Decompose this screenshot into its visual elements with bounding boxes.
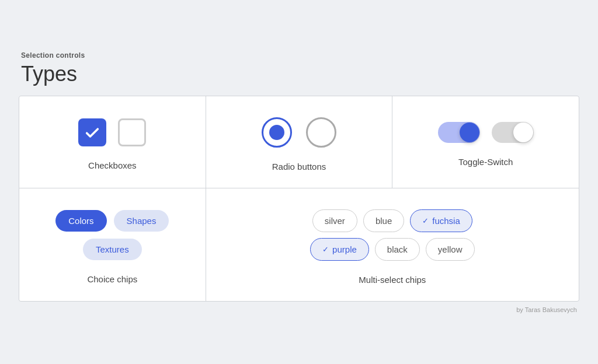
choice-chips-group: Colors Shapes Textures — [33, 210, 192, 260]
multiselect-group: silver blue ✓ fuchsia ✓ purple black yel… — [310, 209, 474, 261]
multiselect-row-1: silver blue ✓ fuchsia — [312, 209, 472, 232]
mchip-yellow[interactable]: yellow — [426, 238, 475, 261]
mchip-silver[interactable]: silver — [312, 209, 357, 232]
checkmark-icon — [84, 124, 100, 141]
radio-selected[interactable] — [262, 117, 292, 148]
radio-selected-inner — [269, 125, 284, 140]
checkboxes-label: Checkboxes — [88, 160, 137, 170]
page-title: Types — [21, 62, 579, 86]
mchip-black[interactable]: black — [375, 238, 420, 261]
toggle-group — [438, 122, 534, 143]
multiselect-label: Multi-select chips — [359, 275, 426, 285]
toggle-on[interactable] — [438, 122, 480, 143]
attribution: by Taras Bakusevych — [19, 306, 579, 313]
checkmark-fuchsia-icon: ✓ — [422, 216, 429, 225]
toggle-off-knob — [513, 123, 533, 142]
mchip-blue[interactable]: blue — [363, 209, 404, 232]
chip-colors[interactable]: Colors — [55, 210, 106, 232]
choice-chips-cell: Colors Shapes Textures Choice chips — [19, 188, 206, 301]
checkbox-group — [78, 118, 146, 146]
page-header: Selection controls Types — [19, 51, 579, 86]
chip-shapes[interactable]: Shapes — [114, 210, 169, 232]
radio-cell: Radio buttons — [206, 96, 392, 188]
choice-chips-label: Choice chips — [87, 274, 137, 284]
toggle-on-knob — [460, 123, 479, 142]
radio-label: Radio buttons — [272, 162, 326, 172]
checkbox-unchecked[interactable] — [118, 118, 146, 146]
toggle-label: Toggle-Switch — [458, 157, 513, 167]
multiselect-row-2: ✓ purple black yellow — [310, 238, 474, 261]
checkbox-checked[interactable] — [78, 118, 106, 146]
radio-unselected[interactable] — [306, 117, 336, 148]
page-subtitle: Selection controls — [21, 51, 579, 60]
grid-container: Checkboxes Radio buttons Toggle- — [19, 96, 579, 302]
checkboxes-cell: Checkboxes — [19, 96, 206, 188]
radio-group — [262, 117, 336, 148]
mchip-purple[interactable]: ✓ purple — [310, 238, 369, 261]
checkmark-purple-icon: ✓ — [322, 245, 329, 254]
toggle-off[interactable] — [492, 122, 534, 143]
chip-textures[interactable]: Textures — [83, 239, 142, 260]
multiselect-cell: silver blue ✓ fuchsia ✓ purple black yel… — [206, 188, 579, 301]
mchip-fuchsia[interactable]: ✓ fuchsia — [410, 209, 472, 232]
page-wrapper: Selection controls Types Checkboxes — [19, 51, 579, 313]
toggle-cell: Toggle-Switch — [392, 96, 579, 188]
